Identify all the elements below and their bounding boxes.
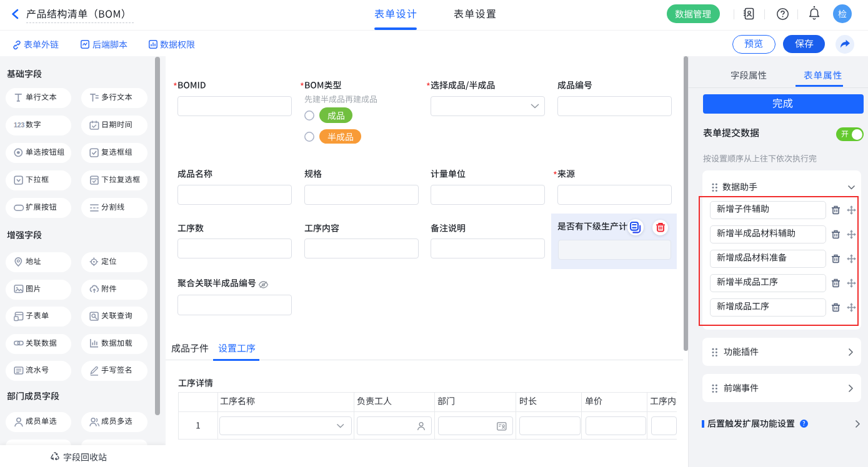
svg-text:123: 123 <box>14 122 25 129</box>
